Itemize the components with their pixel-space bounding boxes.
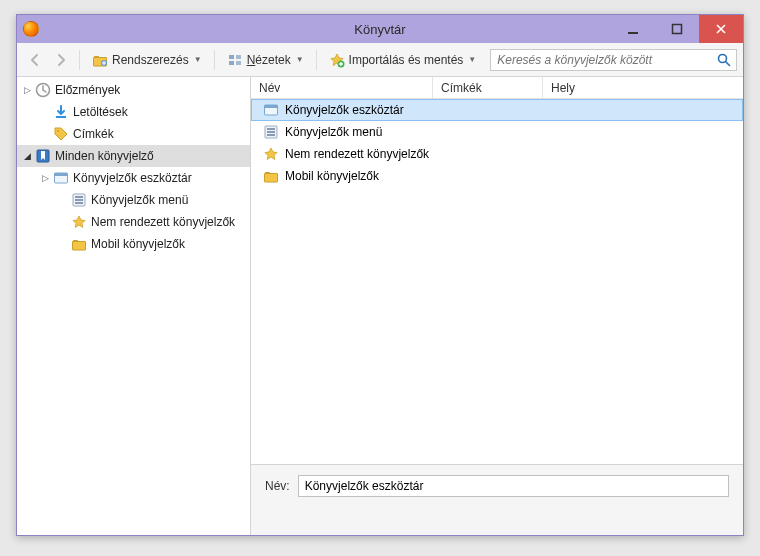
- minimize-button[interactable]: [611, 15, 655, 43]
- back-button[interactable]: [23, 48, 47, 72]
- column-location[interactable]: Hely: [543, 77, 743, 98]
- tree-item-label: Minden könyvjelző: [55, 149, 154, 163]
- bmmenu-icon: [263, 124, 279, 140]
- history-icon: [35, 82, 51, 98]
- main-panel: Név Címkék Hely Könyvjelzők eszköztárKön…: [251, 77, 743, 535]
- list-row[interactable]: Mobil könyvjelzők: [251, 165, 743, 187]
- tree-item[interactable]: Címkék: [17, 123, 250, 145]
- list-row[interactable]: Nem rendezett könyvjelzők: [251, 143, 743, 165]
- chevron-down-icon: ▼: [296, 55, 304, 64]
- tree-item-label: Mobil könyvjelzők: [91, 237, 185, 251]
- forward-button[interactable]: [49, 48, 73, 72]
- tree-item[interactable]: ▷Könyvjelzők eszköztár: [17, 167, 250, 189]
- list-row[interactable]: Könyvjelzők menü: [251, 121, 743, 143]
- detail-panel: Név:: [251, 464, 743, 535]
- chevron-down-icon: ▼: [468, 55, 476, 64]
- mobile-icon: [263, 168, 279, 184]
- import-menu[interactable]: Importálás és mentés ▼: [323, 48, 483, 72]
- tree-item[interactable]: ◢Minden könyvjelző: [17, 145, 250, 167]
- expander-icon[interactable]: ▷: [39, 172, 51, 184]
- views-label: Nézetek: [247, 53, 291, 67]
- separator: [79, 50, 80, 70]
- mobile-icon: [71, 236, 87, 252]
- list-row-label: Könyvjelzők menü: [285, 125, 382, 139]
- import-icon: [329, 52, 345, 68]
- expander-placeholder: [39, 128, 51, 140]
- window-buttons: [611, 15, 743, 43]
- tree-item[interactable]: Mobil könyvjelzők: [17, 233, 250, 255]
- column-name[interactable]: Név: [251, 77, 433, 98]
- expander-icon[interactable]: ▷: [21, 84, 33, 96]
- tree-item-label: Nem rendezett könyvjelzők: [91, 215, 235, 229]
- tree-item-label: Könyvjelzők menü: [91, 193, 188, 207]
- download-icon: [53, 104, 69, 120]
- detail-name-label: Név:: [265, 479, 290, 493]
- expander-placeholder: [39, 106, 51, 118]
- search-icon: [716, 52, 732, 68]
- organize-label: Rendszerezés: [112, 53, 189, 67]
- list-row-label: Könyvjelzők eszköztár: [285, 103, 404, 117]
- tree-item[interactable]: ▷Előzmények: [17, 79, 250, 101]
- separator: [316, 50, 317, 70]
- tree-item[interactable]: Nem rendezett könyvjelzők: [17, 211, 250, 233]
- tree-item-label: Címkék: [73, 127, 114, 141]
- tree-item-label: Letöltések: [73, 105, 128, 119]
- bmtoolbar-icon: [263, 102, 279, 118]
- separator: [214, 50, 215, 70]
- list-row[interactable]: Könyvjelzők eszköztár: [251, 99, 743, 121]
- bmtoolbar-icon: [53, 170, 69, 186]
- svg-rect-14: [628, 32, 638, 34]
- expander-placeholder: [57, 238, 69, 250]
- titlebar[interactable]: Könyvtár: [17, 15, 743, 43]
- views-menu[interactable]: Nézetek ▼: [221, 48, 310, 72]
- expander-placeholder: [57, 216, 69, 228]
- allbm-icon: [35, 148, 51, 164]
- expander-placeholder: [57, 194, 69, 206]
- tags-icon: [53, 126, 69, 142]
- expander-icon[interactable]: ◢: [21, 150, 33, 162]
- search-box[interactable]: [490, 49, 737, 71]
- column-headers: Név Címkék Hely: [251, 77, 743, 99]
- bmmenu-icon: [71, 192, 87, 208]
- column-tags[interactable]: Címkék: [433, 77, 543, 98]
- organize-menu[interactable]: Rendszerezés ▼: [86, 48, 208, 72]
- unsorted-icon: [263, 146, 279, 162]
- detail-name-input[interactable]: [298, 475, 729, 497]
- views-icon: [227, 52, 243, 68]
- toolbar: Rendszerezés ▼ Nézetek ▼ Importálás és m…: [17, 43, 743, 77]
- close-button[interactable]: [699, 15, 743, 43]
- tree-item-label: Könyvjelzők eszköztár: [73, 171, 192, 185]
- svg-rect-15: [673, 25, 682, 34]
- maximize-button[interactable]: [655, 15, 699, 43]
- tree-item-label: Előzmények: [55, 83, 120, 97]
- library-window: Könyvtár Rendszerezés ▼: [16, 14, 744, 536]
- tree-item[interactable]: Letöltések: [17, 101, 250, 123]
- search-input[interactable]: [495, 52, 716, 68]
- bookmark-list[interactable]: Könyvjelzők eszköztárKönyvjelzők menüNem…: [251, 99, 743, 464]
- firefox-icon: [23, 21, 39, 37]
- organize-icon: [92, 52, 108, 68]
- import-label: Importálás és mentés: [349, 53, 464, 67]
- list-row-label: Mobil könyvjelzők: [285, 169, 379, 183]
- chevron-down-icon: ▼: [194, 55, 202, 64]
- unsorted-icon: [71, 214, 87, 230]
- body: ▷ElőzményekLetöltésekCímkék◢Minden könyv…: [17, 77, 743, 535]
- tree-item[interactable]: Könyvjelzők menü: [17, 189, 250, 211]
- list-row-label: Nem rendezett könyvjelzők: [285, 147, 429, 161]
- tree-panel[interactable]: ▷ElőzményekLetöltésekCímkék◢Minden könyv…: [17, 77, 251, 535]
